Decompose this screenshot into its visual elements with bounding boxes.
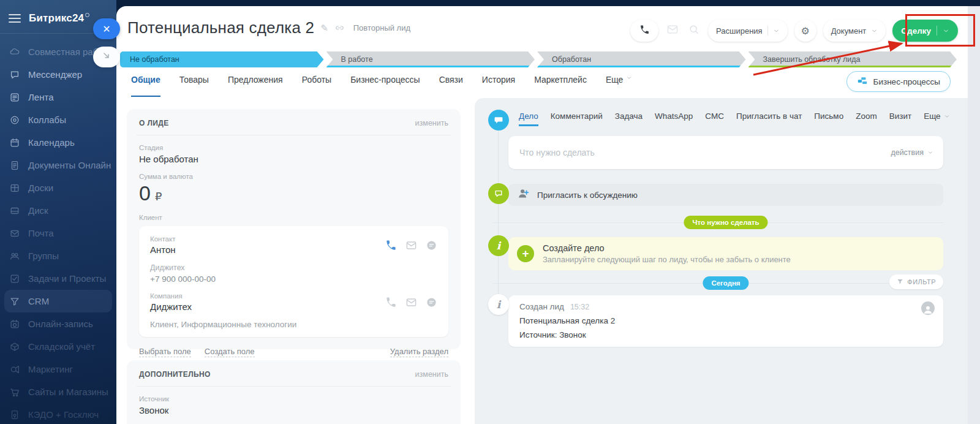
sidebar-item-tasks[interactable]: Задачи и Проекты	[0, 267, 116, 290]
timeline-column: i i Дело Комментарий Задача WhatsApp СМС…	[475, 98, 968, 424]
create-deal-button[interactable]: Сделку	[892, 20, 958, 42]
email-button[interactable]	[665, 23, 680, 38]
chevron-down-icon	[871, 28, 878, 34]
activity-tab-task[interactable]: Задача	[615, 112, 643, 121]
activity-tab-sms[interactable]: СМС	[705, 112, 724, 121]
actions-dropdown[interactable]: действия	[891, 148, 943, 157]
activity-tabs: Дело Комментарий Задача WhatsApp СМС При…	[519, 112, 950, 121]
collapse-icon	[102, 51, 111, 63]
source-field-value[interactable]: Звонок	[139, 405, 448, 415]
hint-title[interactable]: Создайте дело	[543, 243, 791, 253]
timeline-entry-lead-created[interactable]: Создан лид 15:32 Потенциальная сделка 2 …	[508, 295, 943, 347]
filter-button[interactable]: ФИЛЬТР	[889, 274, 943, 289]
divider	[137, 386, 451, 387]
sidebar-item-mail[interactable]: Почта	[0, 222, 116, 244]
stage-processed[interactable]: Обработан	[537, 51, 746, 67]
create-field-link[interactable]: Создать поле	[205, 347, 255, 357]
sidebar-item-groups[interactable]: Группы	[0, 244, 116, 267]
edit-section-link[interactable]: изменить	[415, 370, 448, 379]
sidebar-item-documents-online[interactable]: Документы Онлайн	[0, 154, 116, 176]
company-description: Клиент, Информационные технологии	[150, 320, 437, 329]
business-processes-button[interactable]: Бизнес-процессы	[846, 71, 951, 92]
stage-in-progress[interactable]: В работе	[326, 51, 535, 67]
sidebar-item-inventory[interactable]: Складской учёт	[0, 335, 116, 358]
sidebar-item-kedo[interactable]: КЭДО + Госключ	[0, 403, 116, 424]
tasks-icon	[9, 273, 21, 285]
sidebar-item-drive[interactable]: Диск	[0, 199, 116, 222]
tab-products[interactable]: Товары	[179, 75, 209, 93]
call-contact-icon[interactable]	[385, 240, 397, 251]
sidebar-item-calendar[interactable]: Календарь	[0, 131, 116, 154]
contact-phone[interactable]: +7 900 000-00-00	[150, 274, 437, 284]
stage-finish-processing[interactable]: Завершить обработку лида	[748, 51, 957, 67]
tab-business-processes[interactable]: Бизнес-процессы	[350, 75, 420, 93]
copy-link-icon[interactable]	[334, 23, 345, 33]
source-field-label: Источник	[139, 395, 448, 403]
email-company-icon[interactable]	[405, 297, 417, 308]
stage-not-processed[interactable]: Не обработан	[120, 51, 324, 67]
edit-section-link[interactable]: изменить	[415, 119, 448, 127]
sidebar-menu: Совместная работа Мессенджер Лента Колла…	[0, 40, 116, 424]
activity-tab-todo[interactable]: Дело	[519, 112, 538, 121]
activity-tab-comment[interactable]: Комментарий	[551, 112, 603, 121]
sidebar-item-boards[interactable]: Доски	[0, 176, 116, 199]
delete-section-link[interactable]: Удалить раздел	[390, 347, 448, 357]
sidebar-item-collabs[interactable]: Коллабы	[0, 108, 116, 131]
app-logo[interactable]: Битрикс24	[29, 12, 89, 25]
hamburger-menu-icon[interactable]	[9, 14, 21, 23]
activity-tab-invite-chat[interactable]: Пригласить в чат	[736, 112, 802, 121]
activity-tab-zoom[interactable]: Zoom	[856, 112, 877, 121]
chat-contact-icon[interactable]	[426, 240, 437, 251]
tab-robots[interactable]: Роботы	[302, 75, 331, 93]
close-slider-button[interactable]: ✕	[93, 18, 120, 39]
activity-tab-letter[interactable]: Письмо	[814, 112, 843, 121]
tab-more[interactable]: Еще	[606, 75, 633, 93]
select-field-link[interactable]: Выбрать поле	[139, 347, 191, 357]
tab-marketplace[interactable]: Маркетплейс	[534, 75, 587, 93]
tab-quotes[interactable]: Предложения	[228, 75, 283, 93]
contact-name[interactable]: Антон	[150, 244, 176, 255]
sum-value[interactable]: 0	[139, 181, 151, 205]
sidebar-item-online-booking[interactable]: Онлайн-запись	[0, 312, 116, 335]
company-name[interactable]: Диджитех	[150, 301, 192, 312]
sidebar-item-marketing[interactable]: Маркетинг	[0, 358, 116, 380]
chevron-down-icon	[944, 112, 950, 121]
contact-company-label[interactable]: Диджитех	[150, 263, 437, 272]
sidebar-item-crm[interactable]: CRM	[4, 290, 112, 312]
tab-history[interactable]: История	[482, 75, 515, 93]
add-todo-icon[interactable]: +	[517, 245, 534, 262]
collapse-slider-button[interactable]	[93, 47, 120, 67]
sidebar-item-sites[interactable]: Сайты и Магазины	[0, 380, 116, 403]
client-card: Контакт Антон Диджитех +7 900 000-00-00 …	[139, 226, 448, 337]
activity-tab-more[interactable]: Еще	[924, 112, 949, 121]
activity-tab-whatsapp[interactable]: WhatsApp	[655, 112, 693, 121]
board-icon	[9, 182, 21, 194]
call-company-icon[interactable]	[385, 297, 397, 308]
call-button[interactable]	[630, 20, 658, 42]
activity-tab-visit[interactable]: Визит	[889, 112, 911, 121]
logo-badge-icon	[85, 13, 89, 17]
drive-icon	[9, 205, 21, 217]
mail-icon	[666, 23, 679, 38]
sidebar-item-feed[interactable]: Лента	[0, 86, 116, 108]
edit-title-icon[interactable]: ✎	[320, 23, 328, 34]
tab-general[interactable]: Общие	[131, 75, 160, 93]
settings-button[interactable]: ⚙	[794, 20, 816, 42]
tab-connections[interactable]: Связи	[439, 75, 463, 93]
entry-time: 15:32	[570, 303, 589, 311]
email-contact-icon[interactable]	[405, 240, 417, 251]
stage-field-value[interactable]: Не обработан	[139, 154, 448, 164]
entry-lead-name[interactable]: Потенциальная сделка 2	[519, 316, 932, 325]
invite-to-discussion[interactable]: Пригласить к обсуждению	[508, 184, 943, 206]
extensions-dropdown[interactable]: Расширения	[708, 20, 788, 42]
close-icon: ✕	[102, 23, 110, 35]
collabs-icon	[9, 114, 21, 126]
chevron-down-icon	[773, 28, 780, 34]
feed-icon	[9, 91, 21, 104]
info-icon: i	[488, 235, 509, 256]
entry-title: Создан лид	[519, 302, 564, 311]
document-dropdown[interactable]: Документ	[823, 20, 886, 42]
search-button[interactable]	[687, 23, 701, 38]
chat-company-icon[interactable]	[426, 297, 437, 308]
composer-input[interactable]	[508, 148, 891, 157]
